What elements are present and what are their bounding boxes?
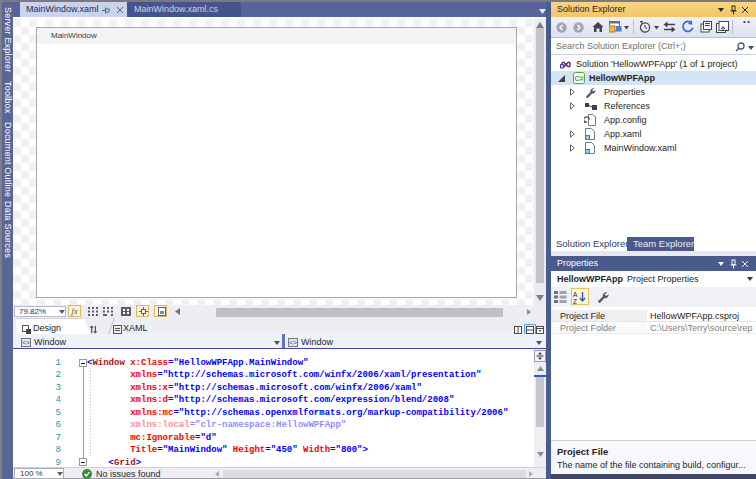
- svg-text:A: A: [573, 291, 578, 298]
- svg-text:<>: <>: [289, 339, 297, 346]
- svg-text:C#: C#: [575, 75, 584, 82]
- svg-text:<>: <>: [22, 339, 30, 346]
- svg-text:Z: Z: [573, 298, 577, 304]
